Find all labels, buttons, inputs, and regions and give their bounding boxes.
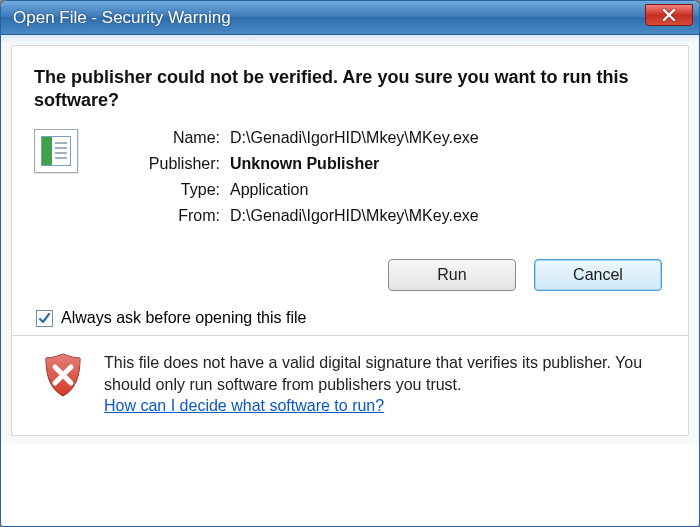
always-ask-checkbox[interactable] — [36, 310, 53, 327]
shield-warning-icon — [42, 352, 84, 398]
application-icon — [34, 129, 78, 173]
from-value: D:\Genadi\IgorHID\Mkey\MKey.exe — [230, 207, 479, 225]
content-area: The publisher could not be verified. Are… — [1, 35, 699, 444]
always-ask-row: Always ask before opening this file — [36, 309, 666, 327]
field-publisher: Publisher: Unknown Publisher — [100, 155, 666, 173]
type-value: Application — [230, 181, 308, 199]
footer-section: This file does not have a valid digital … — [34, 336, 666, 427]
name-label: Name: — [100, 129, 230, 147]
footer-text-block: This file does not have a valid digital … — [104, 352, 662, 417]
field-from: From: D:\Genadi\IgorHID\Mkey\MKey.exe — [100, 207, 666, 225]
security-warning-dialog: Open File - Security Warning The publish… — [0, 0, 700, 527]
field-name: Name: D:\Genadi\IgorHID\Mkey\MKey.exe — [100, 129, 666, 147]
dialog-heading: The publisher could not be verified. Are… — [34, 66, 666, 111]
dialog-body: The publisher could not be verified. Are… — [11, 45, 689, 436]
footer-message: This file does not have a valid digital … — [104, 354, 642, 393]
publisher-label: Publisher: — [100, 155, 230, 173]
field-type: Type: Application — [100, 181, 666, 199]
check-icon — [38, 312, 51, 325]
type-label: Type: — [100, 181, 230, 199]
file-properties: Name: D:\Genadi\IgorHID\Mkey\MKey.exe Pu… — [100, 129, 666, 233]
help-link[interactable]: How can I decide what software to run? — [104, 397, 384, 414]
button-row: Run Cancel — [34, 259, 662, 291]
file-info-section: Name: D:\Genadi\IgorHID\Mkey\MKey.exe Pu… — [34, 129, 666, 233]
publisher-value: Unknown Publisher — [230, 155, 379, 173]
titlebar: Open File - Security Warning — [1, 1, 699, 35]
always-ask-label: Always ask before opening this file — [61, 309, 306, 327]
from-label: From: — [100, 207, 230, 225]
cancel-button[interactable]: Cancel — [534, 259, 662, 291]
window-title: Open File - Security Warning — [13, 8, 231, 28]
run-button[interactable]: Run — [388, 259, 516, 291]
close-button[interactable] — [645, 4, 693, 26]
close-icon — [662, 9, 676, 21]
name-value: D:\Genadi\IgorHID\Mkey\MKey.exe — [230, 129, 479, 147]
